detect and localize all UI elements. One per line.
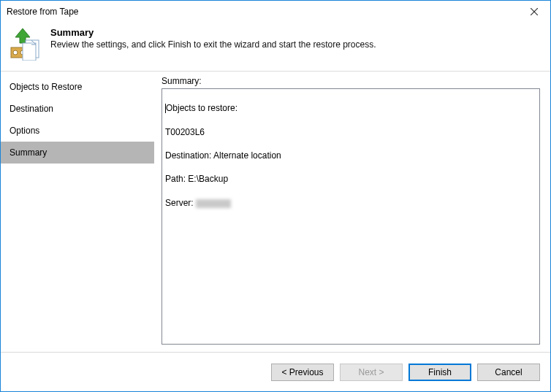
summary-line-path: Path: E:\Backup — [165, 173, 536, 185]
wizard-main: Summary: Objects to restore: T00203L6 De… — [154, 72, 550, 352]
svg-rect-7 — [23, 43, 36, 61]
close-button[interactable] — [517, 1, 550, 23]
summary-line-destination: Destination: Alternate location — [165, 150, 536, 161]
wizard-header: Summary Review the settings, and click F… — [1, 23, 550, 71]
cancel-button[interactable]: Cancel — [477, 364, 540, 381]
titlebar: Restore from Tape — [1, 1, 550, 23]
wizard-sidebar: Objects to Restore Destination Options S… — [1, 72, 154, 352]
wizard-footer: < Previous Next > Finish Cancel — [1, 352, 550, 391]
finish-button[interactable]: Finish — [408, 364, 471, 381]
wizard-body: Objects to Restore Destination Options S… — [1, 72, 550, 352]
sidebar-item-destination[interactable]: Destination — [1, 98, 154, 120]
svg-point-4 — [13, 50, 18, 55]
next-button: Next > — [340, 364, 403, 381]
sidebar-item-options[interactable]: Options — [1, 120, 154, 142]
window-title: Restore from Tape — [7, 7, 517, 17]
wizard-step-description: Review the settings, and click Finish to… — [50, 39, 376, 50]
previous-button[interactable]: < Previous — [271, 364, 334, 381]
server-name-redacted — [196, 199, 231, 208]
summary-label: Summary: — [162, 76, 540, 86]
wizard-step-title: Summary — [50, 27, 376, 38]
summary-line-server-prefix: Server: — [165, 198, 196, 208]
wizard-header-text: Summary Review the settings, and click F… — [50, 27, 376, 50]
summary-line-tape: T00203L6 — [165, 126, 536, 138]
wizard-window: Restore from Tape Summary — [0, 0, 551, 392]
close-icon — [531, 8, 538, 15]
summary-textbox[interactable]: Objects to restore: T00203L6 Destination… — [162, 88, 540, 345]
sidebar-item-summary[interactable]: Summary — [1, 142, 154, 164]
restore-tape-icon — [8, 27, 42, 61]
sidebar-item-objects[interactable]: Objects to Restore — [1, 76, 154, 98]
summary-line-objects: Objects to restore: — [166, 103, 238, 113]
